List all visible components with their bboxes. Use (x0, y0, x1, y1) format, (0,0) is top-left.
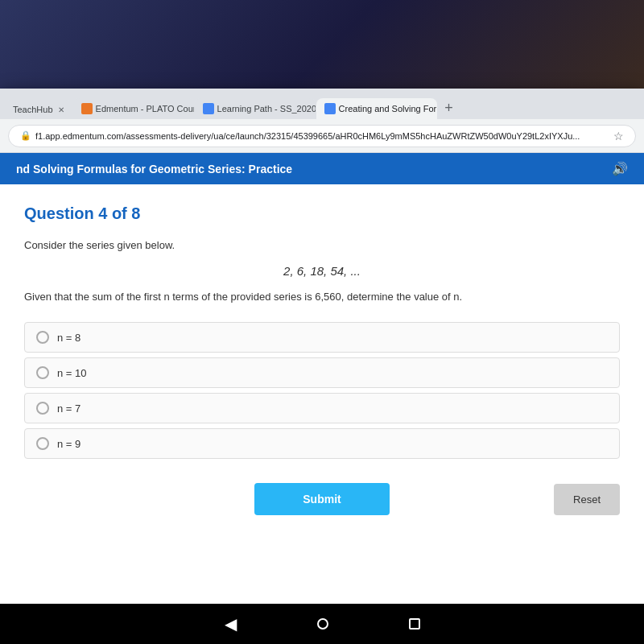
tab-teachhub[interactable]: TeachHub ✕ (5, 100, 72, 119)
option-c[interactable]: n = 7 (24, 393, 620, 423)
radio-b[interactable] (36, 366, 49, 379)
option-d[interactable]: n = 9 (24, 428, 620, 459)
tab-label: Learning Path - SS_2020_M4 (217, 104, 316, 114)
tab-edmentum[interactable]: Edmentum - PLATO Course ✕ (73, 98, 194, 119)
question-number: Question 4 of 8 (24, 204, 620, 223)
close-icon[interactable]: ✕ (58, 105, 64, 114)
option-c-label: n = 7 (57, 402, 80, 415)
option-b-label: n = 10 (57, 367, 87, 379)
browser-window: TeachHub ✕ Edmentum - PLATO Course ✕ Lea… (0, 89, 644, 604)
question-subtext: Given that the sum of the first n terms … (24, 291, 620, 303)
page-header-bar: nd Solving Formulas for Geometric Series… (0, 153, 644, 184)
home-button[interactable] (317, 618, 328, 630)
learning-favicon (203, 103, 214, 114)
audio-icon[interactable]: 🔊 (612, 161, 628, 176)
content-area: nd Solving Formulas for Geometric Series… (0, 153, 644, 604)
tab-bar: TeachHub ✕ Edmentum - PLATO Course ✕ Lea… (0, 89, 644, 119)
reset-button[interactable]: Reset (554, 484, 620, 515)
tab-label: Edmentum - PLATO Course (96, 104, 194, 114)
intro-text: Consider the series given below. (24, 239, 620, 251)
options-list: n = 8 n = 10 n = 7 n = 9 (24, 322, 620, 459)
address-text: f1.app.edmentum.com/assessments-delivery… (35, 131, 580, 141)
new-tab-button[interactable]: + (438, 97, 460, 119)
recent-button[interactable] (409, 618, 420, 630)
option-d-label: n = 9 (57, 438, 80, 450)
tab-creating[interactable]: Creating and Solving Formu ✕ (316, 98, 437, 119)
page-header-title: nd Solving Formulas for Geometric Series… (16, 163, 292, 175)
tab-label: TeachHub (13, 105, 53, 114)
series-display: 2, 6, 18, 54, ... (24, 264, 620, 278)
tab-learning[interactable]: Learning Path - SS_2020_M4 ✕ (195, 98, 316, 119)
option-b[interactable]: n = 10 (24, 357, 620, 388)
url-input[interactable]: 🔒 f1.app.edmentum.com/assessments-delive… (8, 125, 636, 147)
main-content: Question 4 of 8 Consider the series give… (0, 184, 644, 604)
back-button[interactable]: ◀ (225, 614, 237, 634)
option-a-label: n = 8 (57, 332, 80, 344)
submit-button[interactable]: Submit (254, 483, 389, 515)
button-row: Submit Reset (24, 483, 620, 515)
radio-d[interactable] (36, 437, 49, 450)
radio-c[interactable] (36, 402, 49, 415)
android-nav-bar: ◀ (0, 604, 644, 644)
lock-icon: 🔒 (20, 130, 31, 141)
creating-favicon (324, 103, 336, 114)
tab-label: Creating and Solving Formu (339, 104, 437, 114)
edmentum-favicon (81, 103, 93, 114)
option-a[interactable]: n = 8 (24, 322, 620, 353)
address-bar: 🔒 f1.app.edmentum.com/assessments-delive… (0, 119, 644, 153)
radio-a[interactable] (36, 331, 49, 344)
bookmark-icon[interactable]: ☆ (613, 130, 624, 142)
